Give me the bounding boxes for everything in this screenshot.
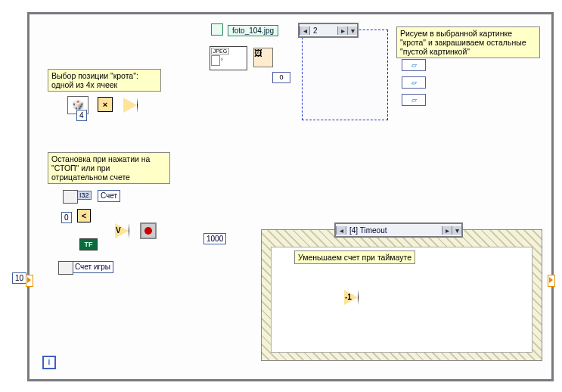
case-prev-icon[interactable]: ◂ bbox=[300, 26, 310, 35]
case-structure: ◂ 2 ▸ ▾ bbox=[302, 30, 388, 120]
iteration-terminal: i bbox=[42, 356, 56, 369]
event-selector-ring[interactable]: ◂ [4] Timeout ▸ ▾ bbox=[334, 222, 463, 238]
const-initial: 10 bbox=[12, 272, 26, 284]
const-timeout-ms: 1000 bbox=[203, 233, 226, 244]
shift-register-right bbox=[548, 275, 555, 287]
picture-indicator-3: ▱ bbox=[402, 76, 426, 89]
const-zero: 0 bbox=[61, 212, 72, 223]
case-selector-ring[interactable]: ◂ 2 ▸ ▾ bbox=[298, 23, 359, 38]
picture-draw-node: 🖼 bbox=[253, 48, 273, 67]
event-next-icon[interactable]: ▸ bbox=[442, 226, 452, 235]
const-four: 4 bbox=[76, 110, 87, 121]
jpeg-read-node: JPEG › bbox=[210, 46, 247, 70]
count-indicator: Счет bbox=[98, 190, 120, 202]
picture-indicator-4: ▱ bbox=[402, 94, 426, 106]
event-case-body: Уменьшаем счет при таймауте Source Type … bbox=[271, 247, 533, 353]
less-than-node: < bbox=[77, 209, 91, 222]
event-prev-icon[interactable]: ◂ bbox=[336, 226, 346, 235]
case-next-icon[interactable]: ▸ bbox=[337, 26, 348, 35]
const-image-zero: 0 bbox=[272, 72, 290, 83]
comment-timeout-decrement: Уменьшаем счет при таймауте bbox=[294, 250, 415, 264]
picture-indicator-2: ▱ bbox=[402, 59, 426, 71]
decrement-node bbox=[344, 290, 359, 305]
jpeg-tag: JPEG bbox=[211, 48, 229, 54]
local-var-icon-2 bbox=[58, 261, 73, 275]
boolean-const: TF bbox=[79, 238, 98, 250]
event-structure: ◂ [4] Timeout ▸ ▾ Уменьшаем счет при тай… bbox=[261, 229, 542, 361]
file-path-constant: foto_104.jpg bbox=[228, 25, 278, 36]
local-var-icon bbox=[63, 190, 78, 204]
i32-type-icon: I32 bbox=[77, 191, 92, 200]
case-dropdown-icon[interactable]: ▾ bbox=[348, 26, 357, 35]
path-browse-icon bbox=[211, 23, 223, 36]
comment-mole-position: Выбор позиции "крота": одной из 4х ячеек bbox=[48, 69, 161, 92]
count-local-variable: Счет игры bbox=[72, 261, 113, 273]
event-dropdown-icon[interactable]: ▾ bbox=[452, 226, 461, 235]
loop-stop-terminal bbox=[140, 222, 157, 239]
event-case-label: [4] Timeout bbox=[346, 226, 442, 235]
while-loop: i Выбор позиции "крота": одной из 4х яче… bbox=[27, 12, 554, 381]
round-node bbox=[123, 98, 138, 113]
multiply-node: × bbox=[98, 97, 113, 112]
comment-stop-condition: Остановка при нажатии на "СТОП" или при … bbox=[48, 152, 170, 184]
comment-draw-mole: Рисуем в выбранной картинке "крота" и за… bbox=[396, 26, 540, 58]
or-node bbox=[115, 223, 129, 238]
case-value: 2 bbox=[310, 26, 337, 35]
shift-register-left bbox=[26, 275, 33, 287]
